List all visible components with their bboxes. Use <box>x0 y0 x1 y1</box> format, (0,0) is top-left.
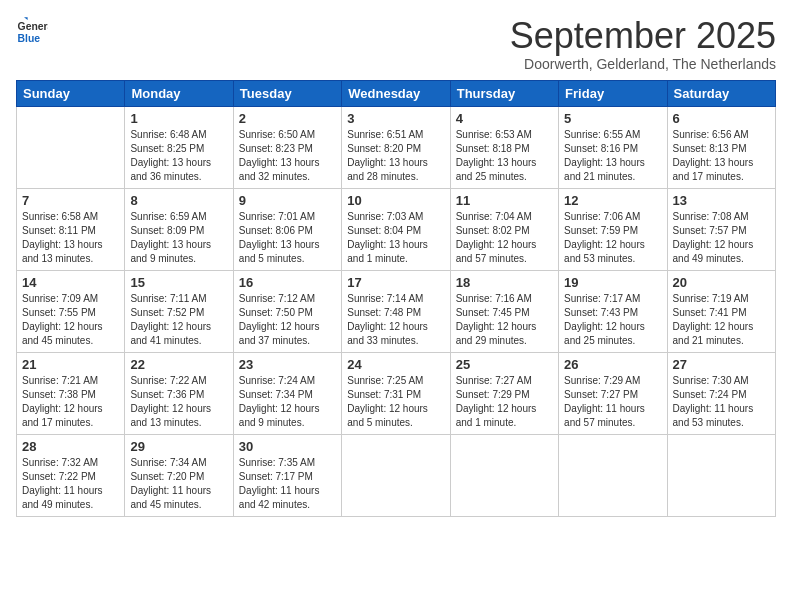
calendar-cell: 15Sunrise: 7:11 AM Sunset: 7:52 PM Dayli… <box>125 270 233 352</box>
day-info: Sunrise: 6:56 AM Sunset: 8:13 PM Dayligh… <box>673 128 770 184</box>
weekday-header-wednesday: Wednesday <box>342 80 450 106</box>
calendar-cell: 27Sunrise: 7:30 AM Sunset: 7:24 PM Dayli… <box>667 352 775 434</box>
day-number: 23 <box>239 357 336 372</box>
calendar-cell: 4Sunrise: 6:53 AM Sunset: 8:18 PM Daylig… <box>450 106 558 188</box>
day-info: Sunrise: 6:51 AM Sunset: 8:20 PM Dayligh… <box>347 128 444 184</box>
day-info: Sunrise: 7:27 AM Sunset: 7:29 PM Dayligh… <box>456 374 553 430</box>
day-info: Sunrise: 7:19 AM Sunset: 7:41 PM Dayligh… <box>673 292 770 348</box>
calendar-cell: 25Sunrise: 7:27 AM Sunset: 7:29 PM Dayli… <box>450 352 558 434</box>
title-block: September 2025 Doorwerth, Gelderland, Th… <box>510 16 776 72</box>
calendar-cell: 12Sunrise: 7:06 AM Sunset: 7:59 PM Dayli… <box>559 188 667 270</box>
svg-text:Blue: Blue <box>18 33 41 44</box>
day-info: Sunrise: 7:09 AM Sunset: 7:55 PM Dayligh… <box>22 292 119 348</box>
day-number: 1 <box>130 111 227 126</box>
day-number: 24 <box>347 357 444 372</box>
calendar-cell: 10Sunrise: 7:03 AM Sunset: 8:04 PM Dayli… <box>342 188 450 270</box>
day-number: 4 <box>456 111 553 126</box>
calendar-cell: 30Sunrise: 7:35 AM Sunset: 7:17 PM Dayli… <box>233 434 341 516</box>
day-number: 17 <box>347 275 444 290</box>
day-info: Sunrise: 7:01 AM Sunset: 8:06 PM Dayligh… <box>239 210 336 266</box>
calendar-week-5: 28Sunrise: 7:32 AM Sunset: 7:22 PM Dayli… <box>17 434 776 516</box>
day-info: Sunrise: 7:17 AM Sunset: 7:43 PM Dayligh… <box>564 292 661 348</box>
day-number: 14 <box>22 275 119 290</box>
calendar-cell: 29Sunrise: 7:34 AM Sunset: 7:20 PM Dayli… <box>125 434 233 516</box>
day-info: Sunrise: 6:58 AM Sunset: 8:11 PM Dayligh… <box>22 210 119 266</box>
svg-marker-2 <box>24 17 28 20</box>
day-number: 9 <box>239 193 336 208</box>
calendar-week-3: 14Sunrise: 7:09 AM Sunset: 7:55 PM Dayli… <box>17 270 776 352</box>
calendar-cell: 1Sunrise: 6:48 AM Sunset: 8:25 PM Daylig… <box>125 106 233 188</box>
day-number: 29 <box>130 439 227 454</box>
day-info: Sunrise: 7:12 AM Sunset: 7:50 PM Dayligh… <box>239 292 336 348</box>
calendar-body: 1Sunrise: 6:48 AM Sunset: 8:25 PM Daylig… <box>17 106 776 516</box>
calendar-cell: 11Sunrise: 7:04 AM Sunset: 8:02 PM Dayli… <box>450 188 558 270</box>
calendar-week-1: 1Sunrise: 6:48 AM Sunset: 8:25 PM Daylig… <box>17 106 776 188</box>
day-info: Sunrise: 6:55 AM Sunset: 8:16 PM Dayligh… <box>564 128 661 184</box>
calendar-cell: 14Sunrise: 7:09 AM Sunset: 7:55 PM Dayli… <box>17 270 125 352</box>
calendar-cell <box>450 434 558 516</box>
calendar-cell: 22Sunrise: 7:22 AM Sunset: 7:36 PM Dayli… <box>125 352 233 434</box>
logo-icon: General Blue <box>16 16 48 48</box>
calendar-cell: 8Sunrise: 6:59 AM Sunset: 8:09 PM Daylig… <box>125 188 233 270</box>
logo: General Blue <box>16 16 48 48</box>
day-info: Sunrise: 7:34 AM Sunset: 7:20 PM Dayligh… <box>130 456 227 512</box>
day-info: Sunrise: 7:30 AM Sunset: 7:24 PM Dayligh… <box>673 374 770 430</box>
day-info: Sunrise: 7:32 AM Sunset: 7:22 PM Dayligh… <box>22 456 119 512</box>
calendar-cell: 5Sunrise: 6:55 AM Sunset: 8:16 PM Daylig… <box>559 106 667 188</box>
calendar-cell: 2Sunrise: 6:50 AM Sunset: 8:23 PM Daylig… <box>233 106 341 188</box>
day-number: 19 <box>564 275 661 290</box>
day-number: 10 <box>347 193 444 208</box>
day-info: Sunrise: 7:21 AM Sunset: 7:38 PM Dayligh… <box>22 374 119 430</box>
calendar-cell <box>559 434 667 516</box>
day-info: Sunrise: 7:03 AM Sunset: 8:04 PM Dayligh… <box>347 210 444 266</box>
day-info: Sunrise: 7:11 AM Sunset: 7:52 PM Dayligh… <box>130 292 227 348</box>
day-info: Sunrise: 7:35 AM Sunset: 7:17 PM Dayligh… <box>239 456 336 512</box>
day-number: 6 <box>673 111 770 126</box>
weekday-header-monday: Monday <box>125 80 233 106</box>
day-number: 5 <box>564 111 661 126</box>
day-number: 16 <box>239 275 336 290</box>
day-number: 27 <box>673 357 770 372</box>
day-number: 3 <box>347 111 444 126</box>
calendar-cell: 7Sunrise: 6:58 AM Sunset: 8:11 PM Daylig… <box>17 188 125 270</box>
day-number: 25 <box>456 357 553 372</box>
calendar-cell: 23Sunrise: 7:24 AM Sunset: 7:34 PM Dayli… <box>233 352 341 434</box>
calendar-cell: 18Sunrise: 7:16 AM Sunset: 7:45 PM Dayli… <box>450 270 558 352</box>
day-number: 8 <box>130 193 227 208</box>
svg-text:General: General <box>18 21 48 32</box>
day-info: Sunrise: 6:59 AM Sunset: 8:09 PM Dayligh… <box>130 210 227 266</box>
month-title: September 2025 <box>510 16 776 56</box>
calendar-cell <box>667 434 775 516</box>
calendar-cell: 3Sunrise: 6:51 AM Sunset: 8:20 PM Daylig… <box>342 106 450 188</box>
calendar-cell <box>17 106 125 188</box>
day-info: Sunrise: 7:06 AM Sunset: 7:59 PM Dayligh… <box>564 210 661 266</box>
day-info: Sunrise: 6:53 AM Sunset: 8:18 PM Dayligh… <box>456 128 553 184</box>
weekday-header-sunday: Sunday <box>17 80 125 106</box>
calendar-week-4: 21Sunrise: 7:21 AM Sunset: 7:38 PM Dayli… <box>17 352 776 434</box>
calendar-cell: 9Sunrise: 7:01 AM Sunset: 8:06 PM Daylig… <box>233 188 341 270</box>
location-subtitle: Doorwerth, Gelderland, The Netherlands <box>510 56 776 72</box>
day-number: 30 <box>239 439 336 454</box>
day-info: Sunrise: 7:14 AM Sunset: 7:48 PM Dayligh… <box>347 292 444 348</box>
day-number: 22 <box>130 357 227 372</box>
calendar-cell: 17Sunrise: 7:14 AM Sunset: 7:48 PM Dayli… <box>342 270 450 352</box>
day-info: Sunrise: 6:50 AM Sunset: 8:23 PM Dayligh… <box>239 128 336 184</box>
calendar-cell: 24Sunrise: 7:25 AM Sunset: 7:31 PM Dayli… <box>342 352 450 434</box>
day-number: 21 <box>22 357 119 372</box>
weekday-header-saturday: Saturday <box>667 80 775 106</box>
day-number: 13 <box>673 193 770 208</box>
day-info: Sunrise: 6:48 AM Sunset: 8:25 PM Dayligh… <box>130 128 227 184</box>
calendar-cell: 20Sunrise: 7:19 AM Sunset: 7:41 PM Dayli… <box>667 270 775 352</box>
calendar-cell: 13Sunrise: 7:08 AM Sunset: 7:57 PM Dayli… <box>667 188 775 270</box>
calendar-cell: 19Sunrise: 7:17 AM Sunset: 7:43 PM Dayli… <box>559 270 667 352</box>
page-header: General Blue September 2025 Doorwerth, G… <box>16 16 776 72</box>
calendar-cell: 21Sunrise: 7:21 AM Sunset: 7:38 PM Dayli… <box>17 352 125 434</box>
calendar-table: SundayMondayTuesdayWednesdayThursdayFrid… <box>16 80 776 517</box>
day-number: 15 <box>130 275 227 290</box>
day-number: 11 <box>456 193 553 208</box>
day-number: 2 <box>239 111 336 126</box>
calendar-cell: 6Sunrise: 6:56 AM Sunset: 8:13 PM Daylig… <box>667 106 775 188</box>
day-info: Sunrise: 7:04 AM Sunset: 8:02 PM Dayligh… <box>456 210 553 266</box>
day-number: 18 <box>456 275 553 290</box>
day-number: 28 <box>22 439 119 454</box>
